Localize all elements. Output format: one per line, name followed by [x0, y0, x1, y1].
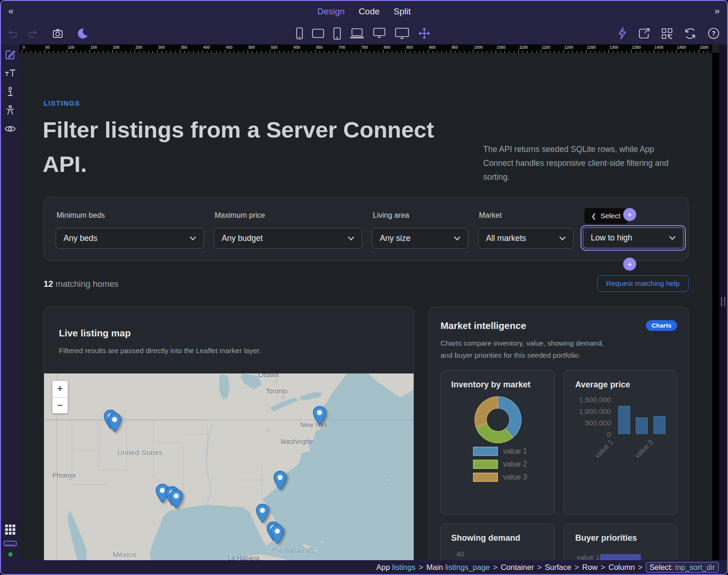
- dark-mode-moon-icon[interactable]: [77, 27, 89, 39]
- chevron-left-icon[interactable]: ❮: [591, 213, 596, 220]
- ruler-tick: [428, 50, 428, 53]
- map-marker-pin[interactable]: [313, 406, 326, 427]
- undo-icon[interactable]: [7, 28, 19, 39]
- map-marker-pin[interactable]: [270, 524, 284, 546]
- breadcrumb-item[interactable]: Row: [582, 563, 598, 572]
- panel-collapse-left-icon[interactable]: «: [8, 6, 13, 16]
- refresh-sync-icon[interactable]: [684, 27, 696, 40]
- filter-select[interactable]: Low to high: [583, 227, 683, 248]
- ruler-tick: [26, 51, 27, 53]
- breadcrumb-item[interactable]: Surface: [545, 563, 571, 572]
- axis-tick-label: 40: [456, 550, 464, 558]
- ruler-number: 700: [338, 45, 345, 50]
- panel-resize-handle-icon[interactable]: [721, 297, 725, 306]
- ruler-number: 500: [249, 45, 255, 50]
- breadcrumb-item[interactable]: Select: inp_sort_dir: [646, 562, 719, 573]
- screenshot-camera-icon[interactable]: [52, 28, 64, 39]
- ruler-tick: [189, 51, 189, 53]
- ruler-tick: [166, 51, 166, 53]
- connection-status-dot: [8, 552, 13, 556]
- device-mobile-icon[interactable]: [296, 27, 303, 39]
- map-marker-pin[interactable]: [108, 413, 121, 434]
- select-value: Any budget: [222, 234, 263, 243]
- help-icon[interactable]: ?: [708, 27, 720, 39]
- device-desktop-large-icon[interactable]: [395, 28, 409, 39]
- filter-select[interactable]: All markets: [478, 228, 574, 249]
- device-laptop-icon[interactable]: [350, 28, 364, 38]
- ruler-tick: [116, 51, 117, 53]
- buyer-priorities-title: Buyer priorities: [575, 533, 637, 543]
- ruler-tick: [622, 51, 622, 53]
- select-edit-mode-icon[interactable]: [1, 45, 19, 64]
- ruler-tick: [374, 51, 374, 53]
- breadcrumb-item[interactable]: Container: [501, 563, 534, 572]
- live-listing-map-card: Live listing map Filtered results are pa…: [44, 307, 414, 560]
- tab-split[interactable]: Split: [394, 6, 411, 17]
- ruler-tick: [441, 51, 442, 53]
- accessibility-icon[interactable]: [1, 101, 19, 120]
- ruler-toggle-icon[interactable]: [4, 540, 17, 547]
- qr-code-icon[interactable]: [661, 28, 673, 39]
- quick-actions-lightning-icon[interactable]: [618, 27, 627, 39]
- leaflet-map[interactable]: OttawaTorontoNew YorkWashingtonUnited St…: [44, 373, 414, 560]
- tab-code[interactable]: Code: [358, 6, 379, 17]
- panel-collapse-right-icon[interactable]: »: [715, 6, 720, 16]
- device-tablet-landscape-icon[interactable]: [312, 29, 324, 38]
- map-label: Ottawa: [258, 373, 279, 379]
- ruler-tick: [401, 51, 402, 53]
- canvas-scrollbar[interactable]: [712, 53, 719, 560]
- ruler-tick: [626, 51, 627, 53]
- drag-resize-arrows-icon[interactable]: [418, 27, 430, 39]
- add-element-button-bottom[interactable]: +: [623, 258, 636, 271]
- ruler-tick: [225, 50, 225, 53]
- filter-field-0: Minimum bedsAny beds: [56, 211, 204, 255]
- tab-design[interactable]: Design: [317, 6, 345, 17]
- panel-resize-gutter[interactable]: [719, 44, 727, 560]
- ruler-number: 600: [294, 45, 300, 50]
- filter-label: Market: [479, 211, 502, 220]
- device-phablet-icon[interactable]: [333, 27, 341, 40]
- breadcrumb-separator: >: [601, 563, 606, 572]
- ruler-tick: [640, 51, 640, 53]
- legend-item[interactable]: value 3: [473, 473, 527, 482]
- ruler-tick: [180, 50, 180, 53]
- ruler-tick: [550, 51, 550, 53]
- ruler-tick: [108, 51, 108, 53]
- legend-item[interactable]: value 2: [473, 460, 527, 469]
- add-element-button-top[interactable]: +: [623, 208, 636, 221]
- page-title: Filter listings from a Server Connect AP…: [43, 113, 469, 181]
- filter-select[interactable]: Any beds: [56, 228, 204, 249]
- map-card-subtitle: Filtered results are passed directly int…: [59, 345, 399, 357]
- ruler-tick: [319, 51, 320, 53]
- map-marker-pin[interactable]: [169, 489, 183, 511]
- ruler-tick: [595, 51, 595, 53]
- ruler-number: 350: [181, 45, 187, 50]
- ruler-tick: [153, 51, 153, 53]
- request-matching-help-button[interactable]: Request matching help: [597, 275, 689, 292]
- breadcrumb-item[interactable]: Main listings_page: [427, 563, 490, 572]
- preview-eye-icon[interactable]: [1, 120, 19, 138]
- chevron-down-icon: [348, 236, 354, 240]
- map-label: The Bahamas: [271, 547, 313, 555]
- map-marker-pin[interactable]: [273, 471, 287, 492]
- typography-icon[interactable]: [1, 64, 19, 82]
- ruler-tick: [663, 51, 663, 53]
- open-in-browser-icon[interactable]: [638, 27, 650, 39]
- apps-grid-icon[interactable]: [5, 524, 15, 535]
- filter-select[interactable]: Any size: [372, 228, 468, 249]
- ruler-tick: [40, 51, 40, 53]
- ruler-number: 1050: [497, 45, 505, 50]
- filter-select[interactable]: Any budget: [214, 228, 362, 249]
- legend-item[interactable]: value 1: [473, 447, 527, 456]
- redo-icon[interactable]: [27, 28, 38, 39]
- ruler-tick: [311, 51, 311, 53]
- info-inspector-icon[interactable]: [1, 82, 19, 101]
- breadcrumb-item[interactable]: App listings: [377, 563, 415, 572]
- ruler-tick: [220, 51, 221, 53]
- device-desktop-icon[interactable]: [373, 28, 386, 39]
- breadcrumb-item[interactable]: Column: [608, 563, 635, 572]
- zoom-in-button[interactable]: +: [52, 381, 68, 398]
- bar-chart-title: Average price: [575, 380, 630, 390]
- zoom-out-button[interactable]: −: [52, 398, 68, 414]
- chevron-down-icon: [454, 236, 460, 240]
